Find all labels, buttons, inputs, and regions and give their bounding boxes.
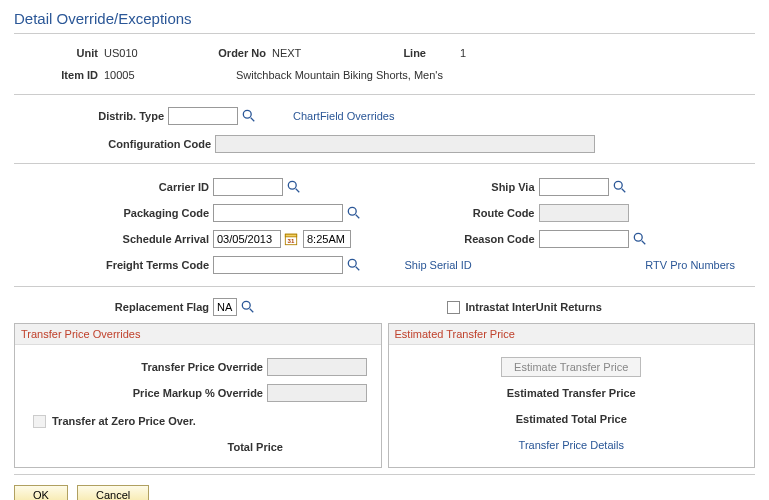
svg-line-7 (356, 215, 360, 219)
price-override-input (267, 358, 367, 376)
packaging-label: Packaging Code (14, 207, 209, 219)
item-description: Switchback Mountain Biking Shorts, Men's (206, 69, 443, 81)
svg-point-2 (288, 181, 296, 189)
carrier-label: Carrier ID (14, 181, 209, 193)
page-title: Detail Override/Exceptions (14, 6, 755, 34)
svg-line-14 (356, 267, 360, 271)
itemid-label: Item ID (14, 69, 98, 81)
svg-line-1 (251, 118, 255, 122)
itemid-value: 10005 (98, 69, 206, 81)
reason-label: Reason Code (385, 233, 535, 245)
distrib-label: Distrib. Type (14, 110, 164, 122)
total-price-label: Total Price (23, 441, 283, 453)
config-row: Configuration Code (14, 131, 755, 164)
svg-point-15 (242, 301, 250, 309)
schedule-date-input[interactable] (213, 230, 281, 248)
reason-input[interactable] (539, 230, 629, 248)
price-override-label: Transfer Price Override (23, 361, 263, 373)
lookup-icon[interactable] (286, 179, 302, 195)
unit-label: Unit (14, 47, 98, 59)
lookup-icon[interactable] (346, 257, 362, 273)
svg-line-16 (250, 309, 254, 313)
chartfield-overrides-link[interactable]: ChartField Overrides (293, 110, 394, 122)
lower-section: Replacement Flag Intrastat InterUnit Ret… (14, 287, 755, 474)
freight-label: Freight Terms Code (14, 259, 209, 271)
lookup-icon[interactable] (241, 108, 257, 124)
panel-title-left: Transfer Price Overrides (15, 324, 381, 345)
config-input (215, 135, 595, 153)
replacement-label: Replacement Flag (14, 301, 209, 313)
lookup-icon[interactable] (240, 299, 256, 315)
header-section: Unit US010 Order No NEXT Line 1 Item ID … (14, 34, 755, 95)
unit-value: US010 (98, 47, 206, 59)
transfer-price-overrides-panel: Transfer Price Overrides Transfer Price … (14, 323, 382, 468)
svg-text:31: 31 (288, 237, 295, 244)
shipvia-input[interactable] (539, 178, 609, 196)
line-label: Line (386, 47, 426, 59)
schedule-label: Schedule Arrival (14, 233, 209, 245)
replacement-input[interactable] (213, 298, 237, 316)
lookup-icon[interactable] (346, 205, 362, 221)
cancel-button[interactable]: Cancel (77, 485, 149, 500)
svg-line-12 (641, 241, 645, 245)
etp-label: Estimated Transfer Price (397, 387, 747, 399)
panel-title-right: Estimated Transfer Price (389, 324, 755, 345)
svg-line-3 (296, 189, 300, 193)
intrastat-label: Intrastat InterUnit Returns (466, 301, 602, 313)
estimated-transfer-price-panel: Estimated Transfer Price Estimate Transf… (388, 323, 756, 468)
freight-input[interactable] (213, 256, 343, 274)
svg-point-0 (243, 110, 251, 118)
lookup-icon[interactable] (632, 231, 648, 247)
svg-line-5 (621, 189, 625, 193)
markup-label: Price Markup % Override (23, 387, 263, 399)
rtv-pro-numbers-link[interactable]: RTV Pro Numbers (645, 259, 735, 271)
line-value: 1 (426, 47, 466, 59)
config-label: Configuration Code (14, 138, 211, 150)
shipvia-label: Ship Via (385, 181, 535, 193)
svg-point-4 (614, 181, 622, 189)
svg-point-13 (348, 259, 356, 267)
svg-point-6 (348, 207, 356, 215)
svg-point-11 (634, 233, 642, 241)
estimate-transfer-price-button[interactable]: Estimate Transfer Price (501, 357, 641, 377)
calendar-icon[interactable]: 31 (283, 231, 299, 247)
route-label: Route Code (385, 207, 535, 219)
route-input (539, 204, 629, 222)
lookup-icon[interactable] (612, 179, 628, 195)
transfer-price-details-link[interactable]: Transfer Price Details (519, 439, 624, 451)
intrastat-checkbox[interactable] (447, 301, 460, 314)
etot-label: Estimated Total Price (397, 413, 747, 425)
zero-price-label: Transfer at Zero Price Over. (52, 415, 196, 427)
distrib-input[interactable] (168, 107, 238, 125)
schedule-time-input[interactable] (303, 230, 351, 248)
orderno-label: Order No (206, 47, 266, 59)
footer: OK Cancel (14, 474, 755, 500)
markup-input (267, 384, 367, 402)
packaging-input[interactable] (213, 204, 343, 222)
ok-button[interactable]: OK (14, 485, 68, 500)
mid-section: Carrier ID Ship Via Packaging Code Route… (14, 164, 755, 287)
carrier-input[interactable] (213, 178, 283, 196)
distrib-row: Distrib. Type ChartField Overrides (14, 95, 755, 131)
ship-serial-link[interactable]: Ship Serial ID (405, 259, 472, 271)
orderno-value: NEXT (266, 47, 386, 59)
zero-price-checkbox[interactable] (33, 415, 46, 428)
